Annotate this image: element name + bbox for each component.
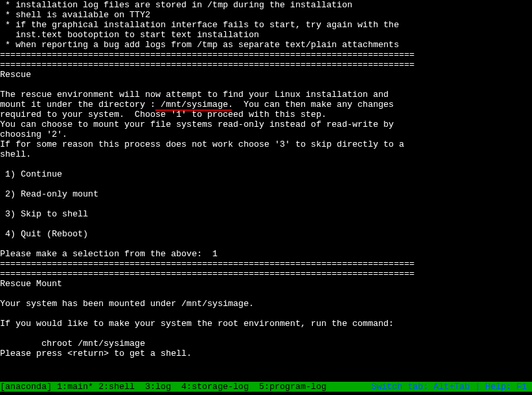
body-text: mount it under the directory : /mnt/sysi… [0, 100, 394, 110]
body-text: choosing '2'. [0, 129, 67, 139]
info-line: * when reporting a bug add logs from /tm… [0, 40, 399, 50]
info-line: inst.text bootoption to start text insta… [0, 30, 259, 40]
body-text: required to your system. Choose '1' to p… [0, 110, 326, 119]
body-text: The rescue environment will now attempt … [0, 90, 389, 100]
section-title: Rescue [0, 70, 31, 80]
session-name: [anaconda] [0, 382, 52, 392]
prompt-line[interactable]: Please make a selection from the above: … [0, 249, 218, 259]
body-text: shell. [0, 149, 31, 159]
command-text: chroot /mnt/sysimage [0, 339, 145, 349]
info-line: * installation log files are stored in /… [0, 0, 353, 10]
menu-option[interactable]: 2) Read-only mount [0, 189, 98, 199]
section-title: Rescue Mount [0, 279, 62, 289]
separator: ========================================… [0, 269, 414, 279]
menu-option[interactable]: 4) Quit (Reboot) [0, 229, 88, 239]
help-hint: Switch tab: Alt+Tab | Help: F1 [371, 382, 532, 392]
body-text: Please press <return> to get a shell. [0, 349, 192, 358]
separator: ========================================… [0, 60, 414, 70]
status-bar: [anaconda] 1:main* 2:shell 3:log 4:stora… [0, 382, 532, 392]
info-line: * shell is available on TTY2 [0, 10, 150, 20]
user-input[interactable]: 1 [213, 249, 218, 259]
body-text: If for some reason this process does not… [0, 139, 404, 149]
separator: ========================================… [0, 50, 414, 60]
terminal-output: * installation log files are stored in /… [0, 0, 532, 358]
body-text: If you would like to make your system th… [0, 319, 394, 329]
menu-option[interactable]: 3) Skip to shell [0, 209, 88, 219]
info-line: * if the graphical installation interfac… [0, 20, 399, 30]
tab-list[interactable]: 1:main* 2:shell 3:log 4:storage-log 5:pr… [52, 382, 326, 392]
menu-option[interactable]: 1) Continue [0, 169, 62, 179]
body-text: You can choose to mount your file system… [0, 119, 394, 129]
separator: ========================================… [0, 259, 414, 269]
body-text: Your system has been mounted under /mnt/… [0, 299, 254, 309]
highlighted-path: /mnt/sysimage [155, 100, 228, 110]
